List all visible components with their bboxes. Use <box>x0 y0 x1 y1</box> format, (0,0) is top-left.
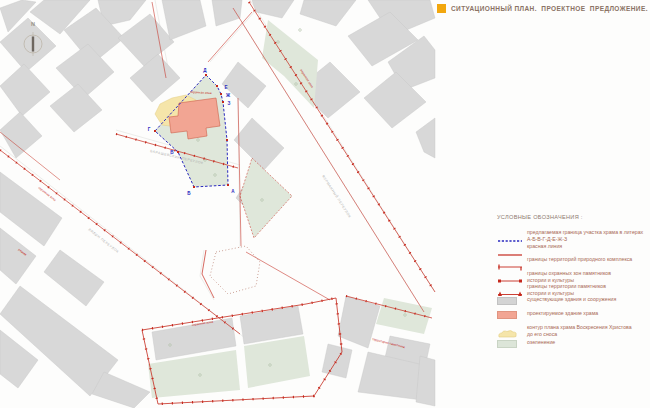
north-label: N <box>31 21 35 27</box>
situational-plan-page: Д Е Ж З А Б В Г БАРАШЕВСКИЙ ПЕРЕУЛОК ЛЯЛ… <box>0 0 650 408</box>
legend-item-existing-buildings: существующие здания и сооружения <box>497 296 649 305</box>
legend-label: границы территории памятников <box>527 283 606 290</box>
legend-label: озеленение <box>527 339 555 346</box>
legend-label: границы территорий природного комплекса <box>527 256 632 263</box>
legend-item-projected-church: проектируемое здание храма <box>497 310 649 319</box>
legend-label: предлагаемая граница участка храма в лит… <box>527 229 643 236</box>
legend-label: существующие здания и сооружения <box>527 296 616 303</box>
pink-swatch-icon <box>497 310 527 319</box>
site-letter: Е <box>224 85 227 90</box>
legend-label: красная линия <box>527 243 562 250</box>
title-marker-square <box>437 4 446 13</box>
legend-item-greenery: озеленение <box>497 339 649 348</box>
site-letter: А <box>231 189 235 194</box>
site-letter: Г <box>148 127 151 132</box>
site-letter: Д <box>203 68 207 73</box>
existing-buildings-layer <box>0 0 435 408</box>
plaza-dotted-outline <box>210 246 260 294</box>
legend-label: границы охранных зон памятников <box>527 270 611 277</box>
legend-label: проектируемое здание храма <box>527 310 598 317</box>
green-swatch-icon <box>497 339 527 348</box>
site-letter: Ж <box>225 93 231 98</box>
street-label: ЛЯЛИН ПЕРЕУЛОК <box>87 228 119 254</box>
site-letter: З <box>228 101 231 106</box>
legend-label: до его сноса <box>527 331 632 338</box>
legend-label: А-Б-В-Г-Д-Е-Ж-З <box>527 236 643 243</box>
legend-label: контур плана храма Воскресения Христова <box>527 324 632 331</box>
street-label: ФУРМАННЫЙ ПЕРЕУЛОК <box>321 174 352 218</box>
legend: УСЛОВНЫЕ ОБОЗНАЧЕНИЯ : предлагаемая гран… <box>497 0 649 408</box>
site-letter: Б <box>187 191 191 196</box>
gray-swatch-icon <box>497 296 527 305</box>
legend-header: УСЛОВНЫЕ ОБОЗНАЧЕНИЯ : <box>497 214 583 220</box>
